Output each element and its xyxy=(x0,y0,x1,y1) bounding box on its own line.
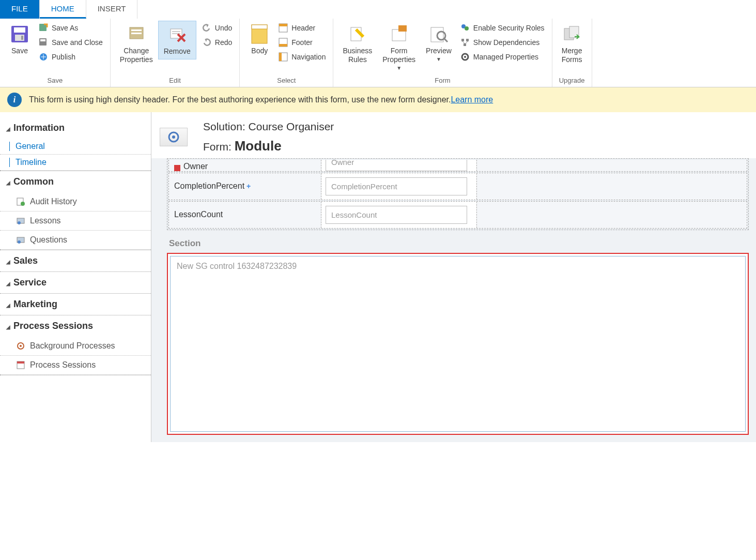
sidebar-section-information[interactable]: Information xyxy=(0,117,151,139)
svg-rect-13 xyxy=(172,33,180,34)
save-as-icon xyxy=(38,23,49,33)
save-button[interactable]: Save xyxy=(4,21,35,58)
undo-icon xyxy=(202,23,212,33)
svg-rect-17 xyxy=(279,24,287,26)
svg-point-44 xyxy=(20,345,22,347)
svg-rect-30 xyxy=(461,39,464,41)
fields-container: Owner Owner CompletionPercent+ Completio… xyxy=(167,158,749,230)
sidebar-link-timeline[interactable]: Timeline xyxy=(0,155,151,171)
navigation-icon xyxy=(278,52,288,62)
body-icon xyxy=(249,24,270,44)
header-button[interactable]: Header xyxy=(275,21,329,35)
field-input[interactable]: Owner xyxy=(326,160,467,171)
form-properties-button[interactable]: Form Properties ▼ xyxy=(377,21,421,74)
svg-point-34 xyxy=(464,56,466,58)
remove-button[interactable]: Remove xyxy=(158,21,196,59)
learn-more-link[interactable]: Learn more xyxy=(451,95,493,104)
sidebar-item-questions[interactable]: Questions xyxy=(0,231,151,250)
questions-icon xyxy=(16,235,26,245)
preview-icon xyxy=(428,24,449,44)
merge-forms-button[interactable]: Merge Forms xyxy=(557,21,588,67)
change-properties-button[interactable]: Change Properties xyxy=(115,21,158,67)
solution-title: Solution: Course Organiser xyxy=(203,120,334,133)
form-properties-icon xyxy=(389,24,409,44)
ribbon: Save Save As Save and Close xyxy=(0,19,756,87)
dependencies-button[interactable]: Show Dependencies xyxy=(457,35,548,50)
sidebar-section-process[interactable]: Process Sessions xyxy=(0,315,151,337)
content-area: Solution: Course Organiser Form: Module … xyxy=(151,112,756,442)
notification-text: This form is using high density header. … xyxy=(29,95,451,104)
field-row-completion[interactable]: CompletionPercent+ CompletionPercent xyxy=(168,173,747,200)
svg-rect-10 xyxy=(131,33,142,34)
svg-point-40 xyxy=(18,221,21,224)
sidebar: Information General Timeline Common Audi… xyxy=(0,112,151,442)
preview-button[interactable]: Preview ▼ xyxy=(421,21,457,65)
dependencies-icon xyxy=(460,37,470,48)
publish-icon xyxy=(38,52,49,62)
sidebar-item-audit[interactable]: Audit History xyxy=(0,192,151,211)
field-label: CompletionPercent xyxy=(174,181,244,191)
field-row-lessoncount[interactable]: LessonCount LessonCount xyxy=(168,201,747,229)
plus-icon: + xyxy=(246,182,251,190)
redo-icon xyxy=(202,37,212,48)
svg-rect-9 xyxy=(131,29,142,31)
sidebar-section-service[interactable]: Service xyxy=(0,272,151,293)
gear-icon xyxy=(460,52,470,62)
bgprocess-icon xyxy=(16,341,26,351)
ribbon-group-select: Body Header Footer xyxy=(240,19,333,87)
publish-button[interactable]: Publish xyxy=(35,50,106,64)
audit-icon xyxy=(16,196,26,207)
sidebar-section-common[interactable]: Common xyxy=(0,171,151,192)
footer-button[interactable]: Footer xyxy=(275,35,329,50)
navigation-button[interactable]: Navigation xyxy=(275,50,329,64)
save-as-button[interactable]: Save As xyxy=(35,21,106,35)
save-close-button[interactable]: Save and Close xyxy=(35,35,106,50)
sidebar-item-process-sessions[interactable]: Process Sessions xyxy=(0,356,151,375)
svg-point-48 xyxy=(172,135,175,139)
tab-insert[interactable]: INSERT xyxy=(86,0,138,19)
sidebar-section-sales[interactable]: Sales xyxy=(0,250,151,271)
sidebar-section-marketing[interactable]: Marketing xyxy=(0,294,151,315)
info-icon: i xyxy=(7,93,22,107)
undo-button[interactable]: Undo xyxy=(198,21,235,35)
field-input[interactable]: LessonCount xyxy=(326,206,467,224)
subgrid-selected[interactable]: New SG control 1632487232839 xyxy=(167,253,749,435)
svg-point-38 xyxy=(21,202,25,206)
svg-rect-1 xyxy=(14,27,25,33)
ribbon-group-upgrade: Merge Forms Upgrade xyxy=(552,19,592,87)
sidebar-item-bgprocess[interactable]: Background Processes xyxy=(0,337,151,356)
ribbon-group-save: Save Save As Save and Close xyxy=(0,19,111,87)
tab-file[interactable]: FILE xyxy=(0,0,40,19)
header-icon xyxy=(278,23,288,33)
svg-rect-46 xyxy=(17,361,24,364)
ribbon-group-edit: Change Properties Remove Undo xyxy=(111,19,240,87)
body-button[interactable]: Body xyxy=(244,21,275,58)
security-roles-button[interactable]: Enable Security Roles xyxy=(457,21,548,35)
svg-rect-6 xyxy=(40,39,45,41)
field-label: Owner xyxy=(183,162,208,171)
chevron-down-icon: ▼ xyxy=(436,56,441,62)
svg-rect-19 xyxy=(279,44,287,47)
field-input[interactable]: CompletionPercent xyxy=(326,177,467,195)
sidebar-link-general[interactable]: General xyxy=(0,139,151,155)
managed-properties-button[interactable]: Managed Properties xyxy=(457,50,548,64)
remove-icon xyxy=(167,24,188,45)
notification-bar: i This form is using high density header… xyxy=(0,87,756,112)
sessions-icon xyxy=(16,360,26,370)
section-label: Section xyxy=(167,230,749,253)
chevron-down-icon: ▼ xyxy=(396,65,402,71)
field-row-owner[interactable]: Owner Owner xyxy=(168,160,747,172)
subgrid-placeholder: New SG control 1632487232839 xyxy=(177,262,739,271)
save-close-icon xyxy=(38,37,49,48)
redo-button[interactable]: Redo xyxy=(198,35,235,50)
svg-line-27 xyxy=(444,39,448,42)
svg-point-42 xyxy=(18,240,21,244)
svg-rect-32 xyxy=(464,43,466,46)
form-title: Form: Module xyxy=(203,138,334,154)
tab-home[interactable]: HOME xyxy=(40,0,86,19)
sidebar-item-lessons[interactable]: Lessons xyxy=(0,211,151,231)
business-rules-button[interactable]: Business Rules xyxy=(337,21,377,67)
merge-icon xyxy=(562,24,582,44)
svg-rect-24 xyxy=(398,25,407,32)
field-label: LessonCount xyxy=(174,210,223,219)
